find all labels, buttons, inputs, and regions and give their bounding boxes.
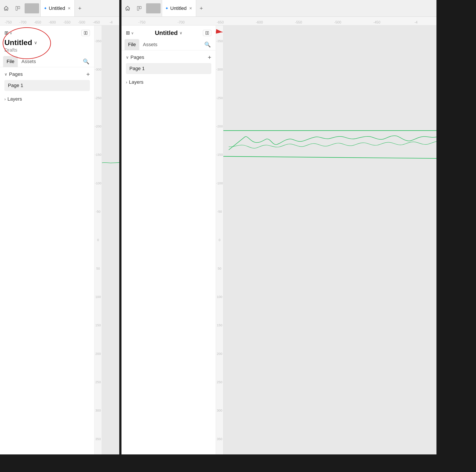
tab-title-left: Untitled [49,5,65,11]
pages-add-left[interactable]: + [86,71,90,77]
v-ruler-right: -350 -300 -250 -200 -150 -100 -50 0 50 1… [216,25,223,455]
layers-chevron-left[interactable]: › [4,97,6,102]
tab-thumbnail-right [146,3,161,13]
pages-chevron-right[interactable]: ∨ [126,55,129,60]
black-sidebar-right [437,0,476,455]
library-button-left[interactable] [12,0,23,17]
file-title-chevron-right[interactable]: ∨ [179,31,182,35]
component-icon-left: ⊞ [4,30,8,36]
svg-rect-4 [137,6,139,10]
layout-toggle-right[interactable] [203,30,211,36]
layers-title-right: Layers [129,79,143,85]
file-title-chevron-left[interactable]: ∨ [34,40,37,45]
ruler-mark: -700 [16,20,30,24]
svg-rect-3 [86,31,87,35]
tab-add-right[interactable]: + [196,0,206,17]
page-item-left[interactable]: Page 1 [4,80,90,91]
layers-chevron-right[interactable]: › [126,80,127,85]
canvas-drawing-left [102,25,119,455]
pages-add-right[interactable]: + [208,54,211,60]
pages-section-right: ∨ Pages + Page 1 [121,50,216,76]
ruler-mark: -650 [30,20,45,24]
tab-item-left[interactable]: ✦ Untitled × [40,0,75,17]
tab-figma-icon-left: ✦ [44,6,47,11]
component-button-left[interactable]: ⊞ ∨ [4,30,12,36]
layers-section-left: › Layers [0,93,94,105]
tab-title-right: Untitled [170,5,187,11]
component-chevron-right: ∨ [131,31,134,35]
library-button-right[interactable] [134,0,145,17]
tab-file-left[interactable]: File [3,56,18,67]
svg-rect-2 [84,31,85,35]
pages-title-right: Pages [131,54,144,60]
ruler-mark: -450 [89,20,104,24]
svg-rect-7 [207,31,209,35]
sidebar-right: ⊞ ∨ Untitled ∨ [121,25,216,455]
home-button-right[interactable] [121,0,134,17]
canvas-drawing-right [223,25,437,455]
component-chevron-left: ∨ [10,31,12,35]
file-title-right[interactable]: Untitled [155,29,178,36]
tab-item-right[interactable]: ✦ Untitled × [162,0,196,17]
ruler-left: -750 -700 -650 -600 -550 -500 -450 -4 [0,17,119,25]
nav-tabs-left: File Assets 🔍 [0,56,94,67]
tab-close-right[interactable]: × [188,5,193,12]
v-ruler-left: -350 -300 -250 -200 -150 -100 -50 0 50 1… [94,25,102,455]
component-icon-right: ⊞ [126,30,130,36]
layers-title-left: Layers [7,96,22,102]
layers-section-right: › Layers [121,76,216,88]
ruler-mark: -4 [104,20,119,24]
ruler-mark: -500 [74,20,89,24]
search-icon-left[interactable]: 🔍 [81,57,91,66]
canvas-right: -350 -300 -250 -200 -150 -100 -50 0 50 1… [216,25,437,455]
sidebar-toolbar-right: ⊞ ∨ Untitled ∨ [121,25,216,36]
tab-bar-right: ✦ Untitled × + [121,0,437,17]
svg-rect-0 [16,6,17,10]
file-subtitle-left: Drafts [4,47,90,53]
pages-section-left: ∨ Pages + Page 1 [0,67,94,93]
bottom-bar [0,455,476,472]
tab-figma-icon-right: ✦ [165,6,169,11]
sidebar-toolbar-left: ⊞ ∨ [0,25,94,36]
tab-close-left[interactable]: × [67,5,72,12]
tab-bar-left: ✦ Untitled × + [0,0,119,17]
ruler-mark: -600 [45,20,60,24]
nav-tabs-right: File Assets 🔍 [121,39,216,50]
ruler-right: -750 -700 -650 -600 -550 -500 -450 -4 [121,17,437,25]
pages-title-left: Pages [9,71,23,77]
component-button-right[interactable]: ⊞ ∨ [126,30,134,36]
search-icon-right[interactable]: 🔍 [203,40,213,49]
file-title-area-left: Untitled ∨ Drafts [0,36,94,56]
layout-toggle-left[interactable] [82,30,90,36]
file-title-left[interactable]: Untitled [4,38,32,47]
pages-chevron-left[interactable]: ∨ [4,72,7,77]
sidebar-left: ⊞ ∨ Untitled [0,25,94,455]
tab-assets-left[interactable]: Assets [18,56,39,67]
svg-rect-6 [205,31,207,35]
tab-file-right[interactable]: File [125,39,139,50]
home-button-left[interactable] [0,0,12,17]
ruler-mark: -550 [60,20,74,24]
tab-add-left[interactable]: + [75,0,85,17]
tab-assets-right[interactable]: Assets [139,39,161,50]
canvas-left: -350 -300 -250 -200 -150 -100 -50 0 50 1… [94,25,119,455]
tab-thumbnail-left [25,3,39,13]
svg-rect-1 [18,6,20,9]
page-item-right[interactable]: Page 1 [126,63,211,74]
svg-rect-5 [139,6,141,9]
ruler-mark: -750 [1,20,16,24]
